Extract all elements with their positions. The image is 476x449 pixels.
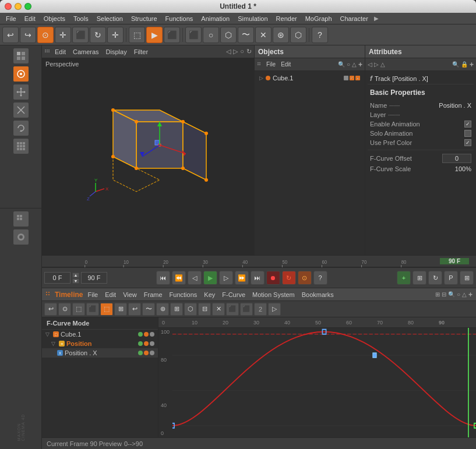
viewport-nav-icon-3[interactable]: ○ [240,48,244,55]
object-item-cube[interactable]: ▷ Cube.1 · ✓ • [257,73,362,83]
tl-icon-2[interactable]: ⊟ [442,291,446,298]
left-btn-move[interactable] [13,84,29,100]
objects-menu-edit[interactable]: Edit [279,61,292,68]
tl-btn-10[interactable]: ⊞ [170,303,183,316]
menu-render[interactable]: Render [273,14,301,23]
tl-btn-13[interactable]: ✕ [212,303,225,316]
render-button[interactable]: ▶ [146,27,163,43]
left-btn-scale[interactable] [13,102,29,118]
tl-menu-view[interactable]: View [121,291,139,299]
obj-effector-button[interactable]: ⬡ [290,27,306,43]
current-frame-input[interactable] [44,272,70,284]
prev-keyframe-btn[interactable]: ⏪ [172,271,186,285]
left-btn-rotate[interactable] [13,120,29,136]
obj-active-icon[interactable]: • [355,76,360,80]
tl-expand-position[interactable]: ▽ [51,341,57,347]
select-button[interactable]: ⊙ [37,27,54,43]
menu-objects[interactable]: Objects [40,14,69,23]
motion-record-btn[interactable]: ⊙ [298,271,312,285]
rotate-button[interactable]: ↻ [90,27,106,43]
add-keyframe-btn[interactable]: + [397,271,411,285]
tl-expand-cube[interactable]: ▽ [45,331,51,337]
tl-btn-3[interactable]: ⬚ [72,303,85,316]
attr-nav-back[interactable]: ◁ [368,61,372,68]
left-btn-view[interactable] [13,48,29,64]
render-region-button[interactable]: ⬚ [129,27,145,43]
go-start-btn[interactable]: ⏮ [156,271,170,285]
scale-button[interactable]: ⬛ [72,27,89,43]
menu-character[interactable]: Character [337,14,372,23]
tl-btn-15[interactable]: ⬛ [240,303,253,316]
undo-button[interactable]: ↩ [2,27,19,43]
tl-btn-7[interactable]: ↩ [128,303,141,316]
tl-menu-bookmarks[interactable]: Bookmarks [299,291,336,299]
objects-nav-2[interactable]: △ [352,61,357,68]
obj-sphere-button[interactable]: ○ [203,27,219,43]
minimize-button[interactable] [15,3,22,10]
tl-tree-cube[interactable]: ▽ □ Cube.1 [42,330,158,339]
pref-btn[interactable]: P [444,271,458,285]
menu-edit[interactable]: Edit [21,14,39,23]
fcurve-canvas[interactable]: 100 80 40 0 [158,328,476,437]
tl-menu-edit[interactable]: Edit [103,291,118,299]
tl-menu-fcurve[interactable]: F-Curve [220,291,248,299]
tl-icon-3[interactable]: 🔍 [448,291,455,298]
obj-visible-icon[interactable]: · [344,76,348,80]
viewport-menu-cameras[interactable]: Cameras [70,48,101,56]
tl-btn-9[interactable]: ⊛ [156,303,169,316]
tl-btn-1[interactable]: ↩ [44,303,57,316]
tl-tree-position[interactable]: ▽ ≡ Position [42,339,158,348]
tl-btn-2[interactable]: ⊙ [58,303,71,316]
tl-btn-8[interactable]: 〜 [142,303,155,316]
tl-icon-1[interactable]: ⊞ [435,291,440,298]
objects-nav-1[interactable]: ○ [347,61,350,68]
tl-menu-file[interactable]: File [85,291,100,299]
obj-deform-button[interactable]: ⊛ [273,27,289,43]
window-controls[interactable] [5,3,31,10]
viewport-menu-edit[interactable]: Edit [52,48,68,56]
keyframe-all-btn[interactable]: ⊞ [412,271,426,285]
menu-tools[interactable]: Tools [70,14,92,23]
redo-button[interactable]: ↪ [20,27,36,43]
viewport-nav-icon-1[interactable]: ◁ [226,48,231,55]
attr-add-icon[interactable]: + [470,61,474,69]
attr-enable-anim-check[interactable]: ✓ [464,121,471,128]
tl-btn-4[interactable]: ⬛ [86,303,99,316]
menu-mograph[interactable]: MoGraph [302,14,336,23]
tl-icon-6[interactable]: + [468,291,473,299]
attr-fcurve-offset-input[interactable] [442,154,471,163]
viewport-canvas[interactable]: Perspective [42,58,254,255]
step-fwd-btn[interactable]: ▷ [219,271,233,285]
menu-file[interactable]: File [2,14,20,23]
render2-button[interactable]: ⬛ [164,27,180,43]
tl-icon-5[interactable]: △ [462,291,467,298]
left-btn-scene[interactable] [13,229,29,245]
frame-down-btn[interactable]: ▼ [72,278,79,284]
attr-lock-icon[interactable]: 🔒 [461,61,468,68]
tl-btn-11[interactable]: ⬡ [184,303,197,316]
maximize-button[interactable] [24,3,31,10]
layout-btn[interactable]: ⊞ [460,271,474,285]
tl-btn-5[interactable]: ⬚ [100,303,113,316]
move-button[interactable]: ✛ [55,27,71,43]
left-btn-select[interactable] [13,66,29,82]
obj-nurbs-button[interactable]: ✕ [255,27,272,43]
viewport-menu-filter[interactable]: Filter [132,48,150,56]
help-button[interactable]: ? [312,27,328,43]
go-end-btn[interactable]: ⏭ [251,271,265,285]
obj-cube-button[interactable]: ⬛ [185,27,202,43]
obj-render-icon[interactable]: ✓ [350,76,354,80]
objects-search-icon[interactable]: 🔍 [338,61,345,68]
tl-btn-12[interactable]: ⊟ [198,303,211,316]
left-btn-grid[interactable] [13,138,29,154]
record-btn[interactable]: ⏺ [266,271,280,285]
attr-search-icon[interactable]: 🔍 [452,61,459,68]
tl-btn-14[interactable]: ⬛ [226,303,239,316]
left-btn-grid2[interactable] [13,211,29,227]
menu-structure[interactable]: Structure [128,14,161,23]
viewport-nav-icon-2[interactable]: ▷ [233,48,238,55]
menu-simulation[interactable]: Simulation [234,14,271,23]
next-keyframe-btn[interactable]: ⏩ [235,271,249,285]
attr-solo-anim-check[interactable] [464,130,471,137]
attr-nav-up[interactable]: △ [380,61,385,68]
